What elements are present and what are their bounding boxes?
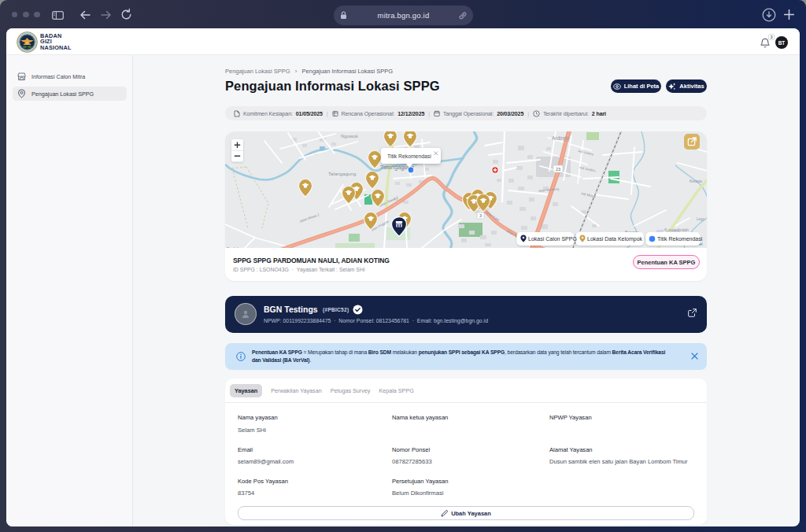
svg-text:Lokasi Calon SPPG: Lokasi Calon SPPG [528,236,577,242]
svg-text:Titik Rekomendasi: Titik Rekomendasi [387,153,431,159]
svg-text:Talangagung: Talangagung [328,171,357,176]
svg-text:23: 23 [556,167,560,172]
svg-text:Ardirejo: Ardirejo [552,135,570,142]
svg-text:Lego: Lego [697,217,705,221]
svg-text:3: 3 [479,213,482,218]
svg-text:Titik Rekomendasi: Titik Rekomendasi [657,236,703,242]
svg-text:Ngowok: Ngowok [341,134,359,139]
svg-text:Sukoardindah: Sukoardindah [664,227,689,232]
svg-text:Ketapa: Ketapa [690,179,702,183]
svg-text:Lokasi Data Kelompok: Lokasi Data Kelompok [587,236,643,242]
